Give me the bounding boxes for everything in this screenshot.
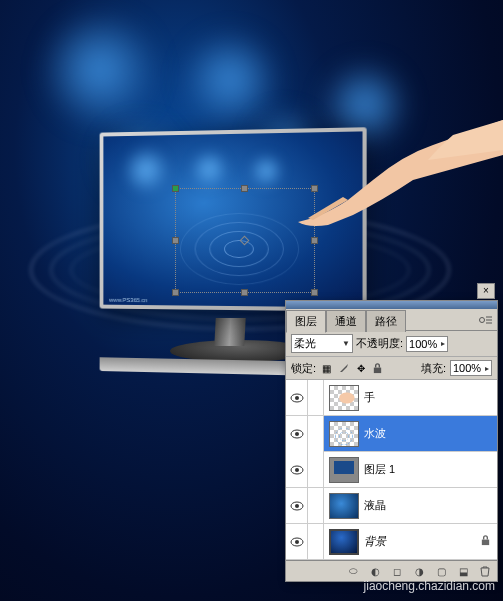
lock-icon: [480, 535, 491, 548]
lock-pixels-icon[interactable]: [337, 362, 350, 375]
svg-point-0: [480, 317, 485, 322]
tab-layers[interactable]: 图层: [286, 310, 326, 333]
watermark-text: jiaocheng.chazidian.com: [364, 579, 495, 593]
link-layers-button[interactable]: ⬭: [345, 564, 361, 578]
panel-menu-button[interactable]: [479, 314, 493, 326]
layer-thumbnail[interactable]: [329, 529, 359, 555]
lock-transparency-icon[interactable]: ▦: [320, 362, 333, 375]
svg-rect-12: [482, 540, 489, 546]
layer-row-hand[interactable]: 手: [286, 380, 497, 416]
svg-point-7: [295, 468, 299, 472]
layers-panel[interactable]: × 图层 通道 路径 柔光 ▼ 不透明度: 100% ▸ 锁定: ▦ ✥ 填充:…: [285, 300, 498, 582]
layer-style-button[interactable]: ◐: [367, 564, 383, 578]
panel-close-button[interactable]: ×: [477, 283, 495, 299]
layer-name[interactable]: 水波: [364, 426, 386, 441]
fill-label: 填充:: [421, 361, 446, 376]
opacity-input[interactable]: 100% ▸: [406, 336, 448, 352]
layer-group-button[interactable]: ▢: [433, 564, 449, 578]
dropdown-icon: ▼: [342, 339, 350, 348]
monitor-brand-text: www.PS365.cn: [109, 297, 147, 303]
layer-thumbnail[interactable]: [329, 493, 359, 519]
svg-point-5: [295, 432, 299, 436]
layer-list: 手 水波 图层 1 液晶 背景: [286, 380, 497, 560]
layer-row-lcd[interactable]: 液晶: [286, 488, 497, 524]
blend-mode-select[interactable]: 柔光 ▼: [291, 334, 353, 353]
layer-row-ripple[interactable]: 水波: [286, 416, 497, 452]
layer-visibility-toggle[interactable]: [286, 452, 308, 488]
lock-position-icon[interactable]: ✥: [354, 362, 367, 375]
dropdown-icon: ▸: [441, 339, 445, 348]
svg-rect-1: [374, 367, 381, 373]
svg-point-3: [295, 396, 299, 400]
layer-visibility-toggle[interactable]: [286, 524, 308, 560]
lock-label: 锁定:: [291, 361, 316, 376]
fill-value: 100%: [453, 362, 481, 374]
svg-point-11: [295, 540, 299, 544]
layer-name[interactable]: 手: [364, 390, 375, 405]
panel-titlebar[interactable]: [286, 301, 497, 309]
blend-mode-value: 柔光: [294, 336, 316, 351]
tab-paths[interactable]: 路径: [366, 310, 406, 332]
layer-visibility-toggle[interactable]: [286, 488, 308, 524]
layer-visibility-toggle[interactable]: [286, 416, 308, 452]
new-layer-button[interactable]: ⬓: [455, 564, 471, 578]
layer-name[interactable]: 液晶: [364, 498, 386, 513]
bokeh-light: [40, 10, 160, 130]
fill-input[interactable]: 100% ▸: [450, 360, 492, 376]
panel-footer: ⬭ ◐ ◻ ◑ ▢ ⬓: [286, 560, 497, 581]
layer-visibility-toggle[interactable]: [286, 380, 308, 416]
layer-thumbnail[interactable]: [329, 385, 359, 411]
layer-thumbnail[interactable]: [329, 421, 359, 447]
adjustment-layer-button[interactable]: ◑: [411, 564, 427, 578]
layer-row-layer1[interactable]: 图层 1: [286, 452, 497, 488]
layer-name[interactable]: 背景: [364, 534, 386, 549]
opacity-label: 不透明度:: [356, 336, 403, 351]
layer-row-background[interactable]: 背景: [286, 524, 497, 560]
lock-all-icon[interactable]: [371, 362, 384, 375]
tab-channels[interactable]: 通道: [326, 310, 366, 332]
layer-thumbnail[interactable]: [329, 457, 359, 483]
dropdown-icon: ▸: [485, 364, 489, 373]
hand-graphic: [253, 120, 503, 280]
svg-point-9: [295, 504, 299, 508]
opacity-value: 100%: [409, 338, 437, 350]
delete-layer-button[interactable]: [477, 564, 493, 578]
layer-mask-button[interactable]: ◻: [389, 564, 405, 578]
layer-name[interactable]: 图层 1: [364, 462, 395, 477]
